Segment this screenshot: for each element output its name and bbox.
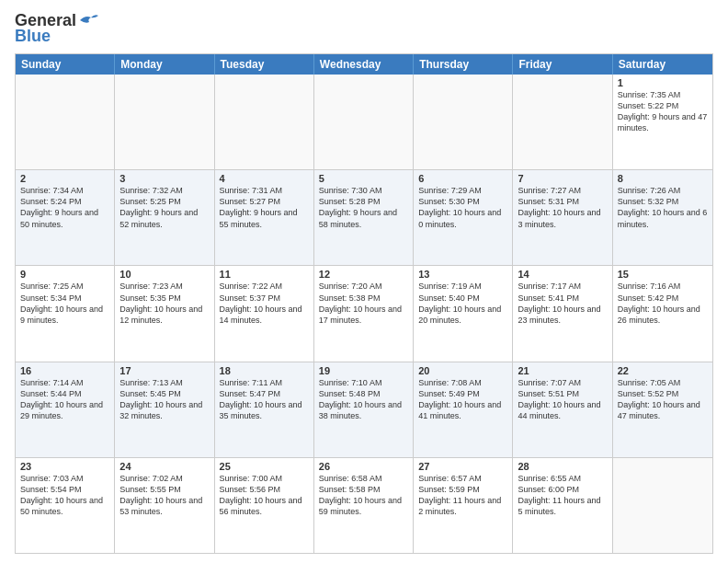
header-friday: Friday xyxy=(513,54,612,75)
day-number: 26 xyxy=(319,461,408,472)
header-saturday: Saturday xyxy=(613,54,712,75)
day-number: 23 xyxy=(20,461,109,472)
day-cell-17: 17Sunrise: 7:13 AM Sunset: 5:45 PM Dayli… xyxy=(115,362,214,457)
day-cell-19: 19Sunrise: 7:10 AM Sunset: 5:48 PM Dayli… xyxy=(314,362,414,457)
calendar: SundayMondayTuesdayWednesdayThursdayFrid… xyxy=(15,53,713,554)
day-info: Sunrise: 7:19 AM Sunset: 5:40 PM Dayligh… xyxy=(418,282,504,324)
day-info: Sunrise: 7:11 AM Sunset: 5:47 PM Dayligh… xyxy=(220,378,305,420)
day-info: Sunrise: 7:23 AM Sunset: 5:35 PM Dayligh… xyxy=(119,282,205,324)
day-cell-4: 4Sunrise: 7:31 AM Sunset: 5:27 PM Daylig… xyxy=(215,170,314,265)
day-info: Sunrise: 6:57 AM Sunset: 5:59 PM Dayligh… xyxy=(418,474,504,516)
day-cell-7: 7Sunrise: 7:27 AM Sunset: 5:31 PM Daylig… xyxy=(513,170,612,265)
day-number: 20 xyxy=(418,365,507,376)
day-number: 13 xyxy=(418,269,507,280)
day-number: 5 xyxy=(319,173,408,184)
day-info: Sunrise: 7:32 AM Sunset: 5:25 PM Dayligh… xyxy=(119,186,200,228)
header-monday: Monday xyxy=(115,54,214,75)
header-sunday: Sunday xyxy=(16,54,115,75)
calendar-row-0: 1Sunrise: 7:35 AM Sunset: 5:22 PM Daylig… xyxy=(16,75,712,170)
day-info: Sunrise: 7:35 AM Sunset: 5:22 PM Dayligh… xyxy=(618,90,710,132)
empty-cell-0-5 xyxy=(513,75,612,169)
day-info: Sunrise: 7:31 AM Sunset: 5:27 PM Dayligh… xyxy=(220,186,301,228)
day-info: Sunrise: 7:30 AM Sunset: 5:28 PM Dayligh… xyxy=(319,186,400,228)
day-info: Sunrise: 7:10 AM Sunset: 5:48 PM Dayligh… xyxy=(319,378,404,420)
day-info: Sunrise: 7:20 AM Sunset: 5:38 PM Dayligh… xyxy=(319,282,404,324)
day-cell-5: 5Sunrise: 7:30 AM Sunset: 5:28 PM Daylig… xyxy=(314,170,414,265)
day-number: 15 xyxy=(618,269,708,280)
day-number: 6 xyxy=(418,173,507,184)
day-number: 1 xyxy=(618,77,708,88)
day-cell-25: 25Sunrise: 7:00 AM Sunset: 5:56 PM Dayli… xyxy=(215,458,314,553)
empty-cell-0-1 xyxy=(115,75,214,169)
day-number: 21 xyxy=(518,365,607,376)
day-cell-21: 21Sunrise: 7:07 AM Sunset: 5:51 PM Dayli… xyxy=(513,362,612,457)
day-number: 27 xyxy=(418,461,507,472)
empty-cell-0-2 xyxy=(215,75,314,169)
day-cell-3: 3Sunrise: 7:32 AM Sunset: 5:25 PM Daylig… xyxy=(115,170,214,265)
day-number: 2 xyxy=(20,173,109,184)
day-number: 22 xyxy=(618,365,708,376)
day-number: 18 xyxy=(220,365,309,376)
day-info: Sunrise: 7:29 AM Sunset: 5:30 PM Dayligh… xyxy=(418,186,504,228)
logo-blue: Blue xyxy=(15,27,51,46)
day-number: 9 xyxy=(20,269,109,280)
day-info: Sunrise: 7:07 AM Sunset: 5:51 PM Dayligh… xyxy=(518,378,603,420)
day-info: Sunrise: 7:17 AM Sunset: 5:41 PM Dayligh… xyxy=(518,282,603,324)
day-info: Sunrise: 7:16 AM Sunset: 5:42 PM Dayligh… xyxy=(618,282,703,324)
day-cell-26: 26Sunrise: 6:58 AM Sunset: 5:58 PM Dayli… xyxy=(314,458,414,553)
day-info: Sunrise: 7:05 AM Sunset: 5:52 PM Dayligh… xyxy=(618,378,703,420)
day-cell-23: 23Sunrise: 7:03 AM Sunset: 5:54 PM Dayli… xyxy=(16,458,115,553)
day-cell-8: 8Sunrise: 7:26 AM Sunset: 5:32 PM Daylig… xyxy=(613,170,712,265)
day-number: 11 xyxy=(220,269,309,280)
day-cell-20: 20Sunrise: 7:08 AM Sunset: 5:49 PM Dayli… xyxy=(414,362,513,457)
day-info: Sunrise: 7:27 AM Sunset: 5:31 PM Dayligh… xyxy=(518,186,603,228)
day-info: Sunrise: 7:34 AM Sunset: 5:24 PM Dayligh… xyxy=(20,186,101,228)
day-cell-9: 9Sunrise: 7:25 AM Sunset: 5:34 PM Daylig… xyxy=(16,266,115,361)
day-cell-13: 13Sunrise: 7:19 AM Sunset: 5:40 PM Dayli… xyxy=(414,266,513,361)
day-info: Sunrise: 6:58 AM Sunset: 5:58 PM Dayligh… xyxy=(319,474,404,516)
day-number: 8 xyxy=(618,173,708,184)
day-cell-2: 2Sunrise: 7:34 AM Sunset: 5:24 PM Daylig… xyxy=(16,170,115,265)
day-number: 7 xyxy=(518,173,607,184)
day-number: 24 xyxy=(119,461,209,472)
day-cell-28: 28Sunrise: 6:55 AM Sunset: 6:00 PM Dayli… xyxy=(513,458,612,553)
day-cell-11: 11Sunrise: 7:22 AM Sunset: 5:37 PM Dayli… xyxy=(215,266,314,361)
empty-cell-0-4 xyxy=(414,75,513,169)
day-number: 19 xyxy=(319,365,408,376)
day-info: Sunrise: 7:26 AM Sunset: 5:32 PM Dayligh… xyxy=(618,186,710,228)
calendar-row-4: 23Sunrise: 7:03 AM Sunset: 5:54 PM Dayli… xyxy=(16,458,712,553)
calendar-row-3: 16Sunrise: 7:14 AM Sunset: 5:44 PM Dayli… xyxy=(16,362,712,458)
day-info: Sunrise: 7:13 AM Sunset: 5:45 PM Dayligh… xyxy=(119,378,205,420)
day-info: Sunrise: 7:02 AM Sunset: 5:55 PM Dayligh… xyxy=(119,474,205,516)
day-number: 3 xyxy=(119,173,209,184)
day-cell-14: 14Sunrise: 7:17 AM Sunset: 5:41 PM Dayli… xyxy=(513,266,612,361)
logo-bird-icon xyxy=(78,13,98,28)
day-info: Sunrise: 7:25 AM Sunset: 5:34 PM Dayligh… xyxy=(20,282,106,324)
day-info: Sunrise: 7:03 AM Sunset: 5:54 PM Dayligh… xyxy=(20,474,106,516)
day-cell-24: 24Sunrise: 7:02 AM Sunset: 5:55 PM Dayli… xyxy=(115,458,214,553)
day-number: 12 xyxy=(319,269,408,280)
logo: General Blue xyxy=(15,11,98,46)
day-cell-12: 12Sunrise: 7:20 AM Sunset: 5:38 PM Dayli… xyxy=(314,266,414,361)
calendar-row-1: 2Sunrise: 7:34 AM Sunset: 5:24 PM Daylig… xyxy=(16,170,712,266)
day-cell-22: 22Sunrise: 7:05 AM Sunset: 5:52 PM Dayli… xyxy=(613,362,712,457)
day-cell-1: 1Sunrise: 7:35 AM Sunset: 5:22 PM Daylig… xyxy=(613,75,712,169)
day-number: 14 xyxy=(518,269,607,280)
calendar-header: SundayMondayTuesdayWednesdayThursdayFrid… xyxy=(16,54,712,75)
day-number: 4 xyxy=(220,173,309,184)
header: General Blue xyxy=(15,11,713,46)
calendar-body: 1Sunrise: 7:35 AM Sunset: 5:22 PM Daylig… xyxy=(16,75,712,553)
page: General Blue SundayMondayTuesdayWednesda… xyxy=(0,0,728,563)
day-info: Sunrise: 7:08 AM Sunset: 5:49 PM Dayligh… xyxy=(418,378,504,420)
day-number: 16 xyxy=(20,365,109,376)
empty-cell-0-0 xyxy=(16,75,115,169)
day-info: Sunrise: 7:00 AM Sunset: 5:56 PM Dayligh… xyxy=(220,474,305,516)
day-cell-27: 27Sunrise: 6:57 AM Sunset: 5:59 PM Dayli… xyxy=(414,458,513,553)
day-cell-16: 16Sunrise: 7:14 AM Sunset: 5:44 PM Dayli… xyxy=(16,362,115,457)
day-cell-6: 6Sunrise: 7:29 AM Sunset: 5:30 PM Daylig… xyxy=(414,170,513,265)
day-cell-15: 15Sunrise: 7:16 AM Sunset: 5:42 PM Dayli… xyxy=(613,266,712,361)
day-number: 28 xyxy=(518,461,607,472)
day-info: Sunrise: 6:55 AM Sunset: 6:00 PM Dayligh… xyxy=(518,474,603,516)
day-cell-18: 18Sunrise: 7:11 AM Sunset: 5:47 PM Dayli… xyxy=(215,362,314,457)
header-tuesday: Tuesday xyxy=(215,54,314,75)
